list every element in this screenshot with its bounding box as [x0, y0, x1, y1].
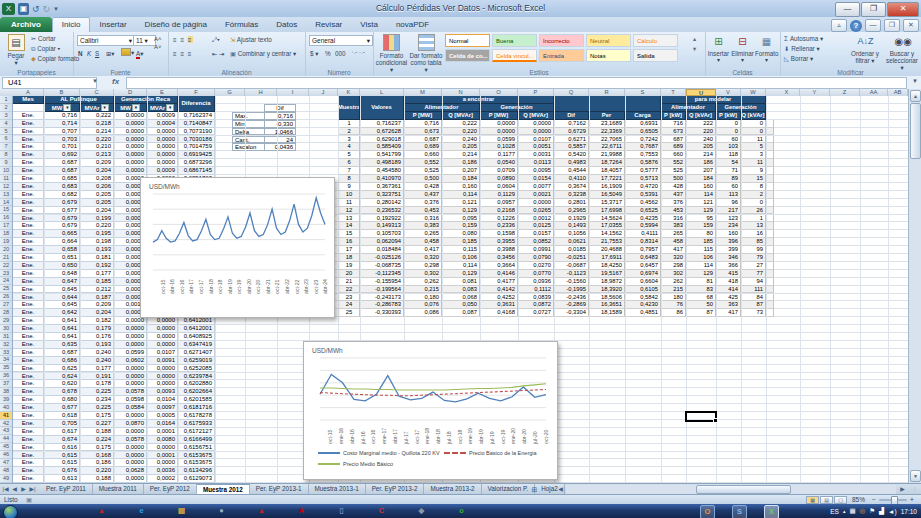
cell[interactable]: 0,0185: [554, 246, 589, 254]
cell[interactable]: 0,716: [44, 112, 80, 120]
cell[interactable]: 0,050: [442, 301, 480, 309]
dif-title[interactable]: Dif: [264, 104, 296, 112]
cell[interactable]: 0,701: [44, 143, 80, 151]
cell[interactable]: 0,647: [44, 278, 80, 286]
cell[interactable]: 0,629018: [360, 136, 404, 144]
cell[interactable]: 186: [686, 159, 716, 167]
column-header-J[interactable]: J: [309, 89, 338, 96]
cell[interactable]: 0,3631: [480, 301, 518, 309]
cell[interactable]: 316: [661, 215, 686, 223]
cell[interactable]: 18,1589: [589, 309, 625, 317]
cell[interactable]: Ene.: [13, 207, 44, 215]
cell[interactable]: 0,207: [442, 167, 480, 175]
cell[interactable]: 0,0578: [114, 436, 147, 444]
cell[interactable]: 0,0000: [114, 136, 147, 144]
cell[interactable]: 0,215: [404, 286, 442, 294]
column-header-S[interactable]: S: [625, 89, 661, 96]
cell[interactable]: 0,714: [44, 120, 80, 128]
dif-label[interactable]: Max.: [232, 112, 265, 120]
column-header-R[interactable]: R: [589, 89, 625, 96]
cell[interactable]: 0,673: [404, 128, 442, 136]
cell[interactable]: 0,692: [44, 151, 80, 159]
cell[interactable]: [766, 270, 774, 278]
cell[interactable]: 0,1177: [480, 151, 518, 159]
sheet-tab-per-eyp-2012[interactable]: Per. EyP 2012: [144, 484, 197, 494]
cell[interactable]: 0,685: [44, 175, 80, 183]
cell[interactable]: 0,149313: [360, 222, 404, 230]
cell[interactable]: 0,5713: [625, 175, 661, 183]
cell[interactable]: 0,0578: [114, 388, 147, 396]
taskbar-app-6[interactable]: o: [455, 505, 468, 517]
cell[interactable]: [766, 167, 774, 175]
cell[interactable]: 0,204: [80, 167, 114, 175]
cell[interactable]: 0,428: [404, 183, 442, 191]
cell[interactable]: 0,7162: [554, 120, 589, 128]
cell[interactable]: 94: [741, 278, 766, 286]
cell[interactable]: 0,498189: [360, 159, 404, 167]
cell[interactable]: 0,674: [44, 436, 80, 444]
horizontal-scroll-thumb[interactable]: [696, 485, 791, 494]
taskbar-app-4[interactable]: C: [375, 505, 388, 517]
cell[interactable]: -0,243173: [360, 294, 404, 302]
currency-icon[interactable]: $ ▾: [310, 50, 318, 57]
cell[interactable]: 0,651: [44, 254, 80, 262]
cell[interactable]: Ene.: [13, 404, 44, 412]
cell[interactable]: 0,0839: [518, 294, 554, 302]
column-header-P[interactable]: P: [518, 89, 554, 96]
cell[interactable]: 0,0000: [480, 128, 518, 136]
cell[interactable]: 417: [661, 246, 686, 254]
cell[interactable]: 346: [716, 254, 741, 262]
cell[interactable]: 0,7073190: [178, 128, 215, 136]
cell[interactable]: 13: [338, 215, 360, 223]
cell[interactable]: 0,0005: [147, 412, 178, 420]
cell[interactable]: 0: [741, 120, 766, 128]
row-header-37[interactable]: 37: [0, 380, 12, 388]
cell[interactable]: 16: [338, 238, 360, 246]
cell[interactable]: Ene.: [13, 270, 44, 278]
cell[interactable]: 0,4177: [480, 278, 518, 286]
cell[interactable]: 0,4851: [625, 309, 661, 317]
cell[interactable]: Ene.: [13, 230, 44, 238]
horizontal-align-icons[interactable]: ≡ ≡ ≡: [173, 50, 193, 57]
cell[interactable]: 0,2336: [480, 222, 518, 230]
formula-bar-expand-icon[interactable]: ▼: [912, 78, 918, 84]
row-header-46[interactable]: 46: [0, 451, 12, 459]
cell[interactable]: 0,7030186: [178, 136, 215, 144]
dif-label[interactable]: Escalon Mue: [232, 143, 265, 151]
cell[interactable]: 0,6931: [625, 120, 661, 128]
row-header-20[interactable]: 20: [0, 246, 12, 254]
tray-grid-icon[interactable]: ▦: [849, 507, 855, 515]
dif-value[interactable]: 24: [264, 136, 296, 144]
cell[interactable]: 0,0164: [147, 420, 178, 428]
cell[interactable]: [766, 143, 774, 151]
cell[interactable]: 129: [686, 207, 716, 215]
cell[interactable]: 0,0000: [480, 120, 518, 128]
cell[interactable]: 0,205: [442, 143, 480, 151]
cell[interactable]: 96: [716, 199, 741, 207]
cell[interactable]: 0,168: [80, 452, 114, 460]
cell[interactable]: 0,115: [442, 246, 480, 254]
cell[interactable]: 0,320: [404, 254, 442, 262]
cell[interactable]: 79: [741, 254, 766, 262]
cell[interactable]: 0,0000: [147, 365, 178, 373]
cell[interactable]: 265: [661, 230, 686, 238]
cell[interactable]: 0,105703: [360, 230, 404, 238]
normal-view-icon[interactable]: ▦: [806, 496, 819, 504]
cell[interactable]: 0,0093: [147, 388, 178, 396]
row-header-22[interactable]: 22: [0, 262, 12, 270]
cell[interactable]: 0,3456: [480, 254, 518, 262]
workbook-close-button[interactable]: ✕: [903, 19, 919, 32]
cell[interactable]: [766, 191, 774, 199]
cell[interactable]: 114: [686, 262, 716, 270]
paste-button[interactable]: ▤ Pegar▾: [3, 34, 29, 66]
cell[interactable]: 21: [338, 278, 360, 286]
dif-value[interactable]: 0,0436: [264, 143, 296, 151]
cell[interactable]: 0,129: [442, 270, 480, 278]
cell[interactable]: 7: [338, 167, 360, 175]
cell[interactable]: 0,0009: [147, 167, 178, 175]
cell[interactable]: 417: [716, 309, 741, 317]
column-header-G[interactable]: G: [215, 89, 245, 96]
dif-value[interactable]: -0,330: [264, 120, 296, 128]
cell[interactable]: 0,6974: [625, 270, 661, 278]
dif-label[interactable]: Min.: [232, 120, 265, 128]
